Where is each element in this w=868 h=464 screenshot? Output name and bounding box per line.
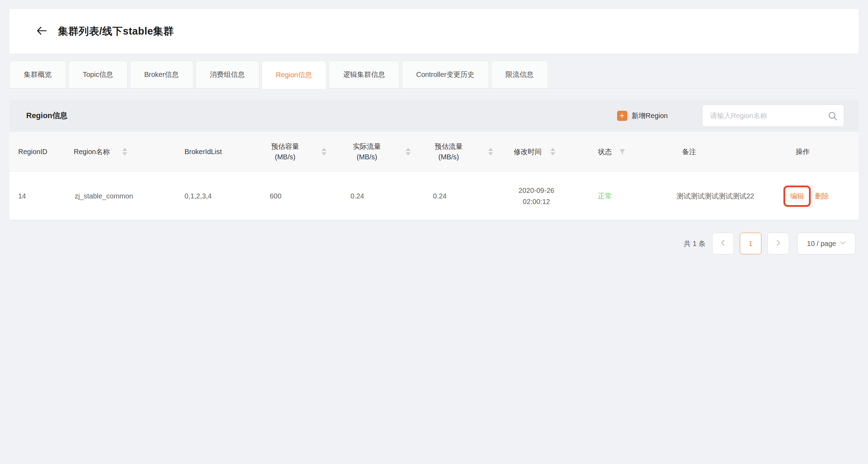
region-search-input[interactable]: [702, 105, 844, 126]
pagination-next-button[interactable]: [767, 233, 789, 254]
tab-throttle-info[interactable]: 限流信息: [491, 61, 548, 88]
region-panel-header: Region信息 + 新增Region: [9, 100, 859, 132]
table-row: 14 zj_stable_common 0,1,2,3,4 600 0.24 0…: [9, 172, 859, 220]
page-header: 集群列表/线下stable集群: [9, 9, 859, 53]
tab-controller-history[interactable]: Controller变更历史: [402, 61, 489, 88]
col-header-modify-time: 修改时间: [514, 132, 542, 172]
col-header-actions: 操作: [796, 132, 810, 172]
col-header-region-name: Region名称: [74, 132, 110, 172]
add-region-button[interactable]: + 新增Region: [617, 100, 668, 132]
tab-consumer-group-info[interactable]: 消费组信息: [196, 61, 259, 88]
modify-date: 2020-09-26: [519, 185, 554, 196]
region-table-header: RegionID Region名称 BrokerIdList 预估容量(MB/s…: [9, 132, 859, 172]
sort-icon-estimated-traffic[interactable]: [488, 132, 493, 172]
cell-remark: 测试测试测试测试测试22: [677, 172, 754, 220]
page-size-value: 10 / page: [807, 240, 836, 248]
cell-region-name: zj_stable_common: [75, 172, 133, 220]
edit-highlight-box: 编辑: [783, 186, 811, 207]
page-size-select[interactable]: 10 / page: [797, 233, 855, 254]
panel-title: Region信息: [26, 100, 68, 132]
col-header-actual-traffic: 实际流量(MB/s): [353, 132, 381, 172]
cluster-detail-page: 集群列表/线下stable集群 集群概览 Topic信息 Broker信息 消费…: [0, 0, 868, 464]
tab-region-info[interactable]: Region信息: [262, 61, 326, 89]
pagination-total: 共 1 条: [684, 239, 706, 248]
tab-logical-cluster-info[interactable]: 逻辑集群信息: [329, 61, 399, 88]
cell-actual-traffic: 0.24: [350, 172, 364, 220]
cell-estimated-capacity: 600: [270, 172, 281, 220]
cell-actions: 编辑: [783, 172, 811, 220]
region-search: [702, 104, 844, 127]
col-header-estimated-capacity: 预估容量(MB/s): [271, 132, 299, 172]
chevron-right-icon: [775, 239, 782, 248]
page-title: 集群列表/线下stable集群: [58, 9, 174, 53]
arrow-left-icon: [35, 24, 48, 38]
cell-modify-time: 2020-09-26 02:00:12: [498, 172, 575, 220]
pagination-prev-button[interactable]: [712, 233, 734, 254]
add-region-label: 新增Region: [632, 111, 668, 121]
tab-broker-info[interactable]: Broker信息: [130, 61, 193, 88]
chevron-left-icon: [719, 239, 726, 248]
sort-icon-region-name[interactable]: [122, 132, 127, 172]
sort-icon-estimated-capacity[interactable]: [321, 132, 326, 172]
back-button[interactable]: [35, 24, 49, 38]
cell-broker-id-list: 0,1,2,3,4: [185, 172, 212, 220]
delete-button[interactable]: 删除: [815, 191, 829, 201]
cell-actions-delete: 删除: [815, 172, 829, 220]
filter-icon-status[interactable]: [619, 132, 626, 172]
col-header-regionid: RegionID: [18, 132, 47, 172]
edit-button[interactable]: 编辑: [790, 192, 804, 200]
tab-cluster-overview[interactable]: 集群概览: [9, 61, 66, 88]
search-icon[interactable]: [828, 111, 838, 121]
cell-estimated-traffic: 0.24: [433, 172, 447, 220]
plus-icon: +: [617, 111, 627, 121]
col-header-status: 状态: [598, 132, 612, 172]
col-header-brokeridlist: BrokerIdList: [185, 132, 222, 172]
sort-icon-actual-traffic[interactable]: [406, 132, 411, 172]
pagination: 共 1 条 1 10 / page: [684, 233, 855, 254]
modify-clock: 02:00:12: [523, 196, 550, 207]
cluster-tabs: 集群概览 Topic信息 Broker信息 消费组信息 Region信息 逻辑集…: [9, 61, 859, 89]
status-badge: 正常: [598, 172, 612, 220]
tab-topic-info[interactable]: Topic信息: [68, 61, 128, 88]
chevron-down-icon: [840, 240, 846, 248]
col-header-estimated-traffic: 预估流量(MB/s): [435, 132, 463, 172]
col-header-remark: 备注: [682, 132, 696, 172]
sort-icon-modify-time[interactable]: [550, 132, 555, 172]
pagination-page-1[interactable]: 1: [740, 233, 761, 254]
cell-region-id: 14: [18, 172, 26, 220]
